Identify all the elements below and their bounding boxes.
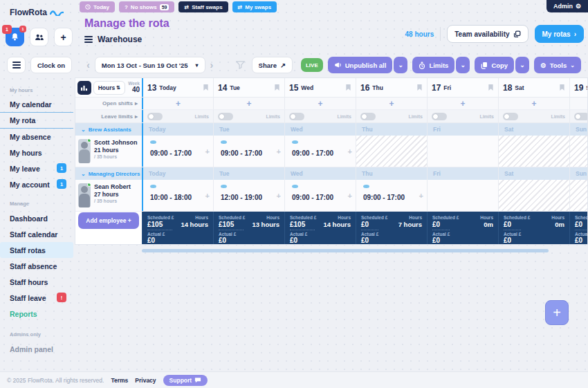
menu-button[interactable] bbox=[7, 57, 26, 73]
add-open-shift-button[interactable]: + bbox=[498, 98, 569, 109]
limits-button[interactable]: Limits bbox=[412, 57, 454, 73]
support-button[interactable]: Support bbox=[163, 375, 208, 386]
admin-button[interactable]: Admin ⚙ bbox=[546, 0, 588, 12]
day-header-19[interactable]: 19Sun bbox=[569, 78, 588, 97]
leave-limit-toggle[interactable] bbox=[147, 113, 163, 120]
sidebar-item-my-hours[interactable]: My hours bbox=[0, 145, 73, 160]
sidebar-item-my-leave[interactable]: My leave1 bbox=[0, 160, 73, 176]
sidebar-item-my-account[interactable]: My account1 bbox=[0, 176, 73, 192]
day-header-16[interactable]: 16Thu bbox=[356, 78, 427, 97]
day-header-13[interactable]: 13Today bbox=[142, 78, 213, 97]
sidebar-item-dashboard[interactable]: Dashboard bbox=[0, 210, 73, 226]
employee-hours: 21 hours bbox=[94, 147, 138, 154]
flag-icon[interactable] bbox=[488, 84, 494, 91]
leave-limit-toggle[interactable] bbox=[360, 113, 376, 120]
sidebar-item-staff-absence[interactable]: Staff absence bbox=[0, 258, 73, 274]
day-header-15[interactable]: 15Wed bbox=[284, 78, 356, 97]
clock-on-button[interactable]: Clock on bbox=[30, 57, 72, 73]
my-swaps-tab[interactable]: ⇄ My swaps bbox=[232, 1, 277, 12]
team-availability-button[interactable]: Team availability bbox=[447, 25, 528, 43]
leave-limit-toggle[interactable] bbox=[432, 113, 447, 120]
add-employee-button[interactable]: Add employee + bbox=[78, 212, 139, 229]
flag-icon[interactable] bbox=[203, 84, 209, 91]
sidebar-item-staff-leave[interactable]: Staff leave! bbox=[0, 290, 73, 306]
day-header-17[interactable]: 17Fri bbox=[427, 78, 498, 97]
shift-cell[interactable]: 12:00 - 19:00+ bbox=[213, 180, 284, 211]
add-open-shift-button[interactable]: + bbox=[213, 98, 284, 109]
add-shift-icon[interactable]: + bbox=[419, 192, 423, 200]
add-shift-icon[interactable]: + bbox=[277, 192, 281, 200]
add-open-shift-button[interactable]: + bbox=[569, 98, 588, 109]
copy-dropdown-button[interactable]: ⌄ bbox=[515, 57, 529, 73]
add-shift-icon[interactable]: + bbox=[205, 147, 210, 156]
today-tab[interactable]: Today bbox=[80, 1, 115, 12]
add-shift-icon[interactable]: + bbox=[348, 192, 352, 200]
add-shift-icon[interactable]: + bbox=[348, 147, 352, 156]
copy-button[interactable]: Copy bbox=[475, 57, 514, 73]
staff-swaps-tab[interactable]: ⇄ Staff swaps bbox=[178, 1, 228, 12]
leave-limit-toggle[interactable] bbox=[574, 113, 588, 120]
leave-limit-toggle[interactable] bbox=[503, 113, 518, 120]
empty-shift-cell[interactable] bbox=[427, 180, 498, 211]
sidebar-item-staff-rotas[interactable]: Staff rotas bbox=[0, 242, 73, 258]
shift-cell[interactable]: 10:00 - 18:00+ bbox=[142, 180, 213, 211]
floating-add-button[interactable]: + bbox=[545, 300, 569, 325]
group-header-managing-directors[interactable]: ⌄Managing Directors bbox=[75, 167, 142, 180]
tools-button[interactable]: ⚙ Tools ⌄ bbox=[534, 57, 581, 73]
unpublish-all-button[interactable]: Unpublish all bbox=[328, 57, 393, 73]
next-week-button[interactable]: › bbox=[205, 59, 219, 71]
live-badge[interactable]: LIVE bbox=[301, 58, 323, 72]
shift-cell[interactable]: 09:00 - 17:00+ bbox=[356, 180, 427, 211]
my-rotas-button[interactable]: My rotas › bbox=[535, 25, 584, 43]
add-button[interactable]: + bbox=[54, 28, 73, 46]
open-shifts-row-label[interactable]: Open shifts▸ bbox=[75, 98, 142, 109]
no-shows-tab[interactable]: ? No shows 59 bbox=[119, 1, 174, 12]
add-open-shift-button[interactable]: + bbox=[427, 98, 498, 109]
add-open-shift-button[interactable]: + bbox=[356, 98, 427, 109]
shift-cell[interactable]: 09:00 - 17:00+ bbox=[284, 136, 356, 167]
shift-cell[interactable]: 09:00 - 17:00+ bbox=[142, 136, 213, 167]
add-open-shift-button[interactable]: + bbox=[284, 98, 356, 109]
day-header-18[interactable]: 18Sat bbox=[498, 78, 569, 97]
flag-icon[interactable] bbox=[416, 84, 423, 91]
sidebar-item-reports[interactable]: Reports bbox=[0, 306, 73, 322]
stats-toggle-button[interactable] bbox=[77, 81, 91, 95]
limits-dropdown-button[interactable]: ⌄ bbox=[456, 57, 470, 73]
employee-card-sean-robert[interactable]: Sean Robert 27 hours / 35 hours bbox=[75, 180, 142, 211]
add-open-shift-button[interactable]: + bbox=[142, 98, 213, 109]
date-range-dropdown[interactable]: Mon 13 Oct - Sun 19 Oct '25 ▾ bbox=[95, 57, 205, 73]
sidebar-item-staff-hours[interactable]: Staff hours bbox=[0, 274, 73, 290]
leave-limit-toggle[interactable] bbox=[218, 113, 233, 120]
sidebar-item-my-calendar[interactable]: My calendar bbox=[0, 97, 73, 113]
add-shift-icon[interactable]: + bbox=[205, 192, 210, 200]
employee-card-scott-johnson[interactable]: Scott Johnson 21 hours / 35 hours bbox=[75, 136, 142, 167]
rota-grid: Hours ⇅ Week 40 13Today 14Tue 15Wed 16Th… bbox=[75, 77, 588, 245]
flag-icon[interactable] bbox=[559, 84, 565, 91]
sidebar-item-admin-panel[interactable]: Admin panel bbox=[0, 341, 73, 357]
day-header-14[interactable]: 14Tue bbox=[213, 78, 284, 97]
share-button[interactable]: Share ↗ bbox=[252, 57, 293, 73]
leave-limit-toggle[interactable] bbox=[289, 113, 304, 120]
flag-icon[interactable] bbox=[345, 84, 351, 91]
sidebar-item-staff-calendar[interactable]: Staff calendar bbox=[0, 226, 73, 242]
terms-link[interactable]: Terms bbox=[111, 377, 128, 384]
team-selector[interactable]: Warehouse bbox=[84, 35, 142, 44]
team-button[interactable] bbox=[30, 28, 48, 46]
unpublish-dropdown-button[interactable]: ⌄ bbox=[394, 57, 407, 73]
app-logo[interactable]: FlowRota bbox=[10, 8, 64, 17]
group-header-brew-assistants[interactable]: ⌄Brew Assistants bbox=[75, 123, 142, 136]
flag-icon[interactable] bbox=[274, 84, 280, 91]
sidebar-item-my-absence[interactable]: My absence bbox=[0, 129, 73, 145]
privacy-link[interactable]: Privacy bbox=[135, 377, 156, 384]
hours-view-dropdown[interactable]: Hours ⇅ bbox=[93, 81, 125, 95]
leave-limits-row-label[interactable]: Leave limits▸ bbox=[75, 110, 142, 122]
empty-shift-cell[interactable] bbox=[427, 136, 498, 167]
horizontal-scrollbar[interactable] bbox=[142, 249, 549, 252]
notifications-button[interactable]: 1 1 bbox=[6, 28, 24, 46]
sidebar-item-my-rota[interactable]: My rota bbox=[0, 113, 73, 129]
shift-cell[interactable]: 09:00 - 17:00+ bbox=[213, 136, 284, 167]
filter-icon[interactable] bbox=[236, 61, 245, 69]
shift-cell[interactable]: 09:00 - 17:00+ bbox=[284, 180, 356, 211]
previous-week-button[interactable]: ‹ bbox=[82, 59, 95, 71]
add-shift-icon[interactable]: + bbox=[277, 147, 281, 156]
